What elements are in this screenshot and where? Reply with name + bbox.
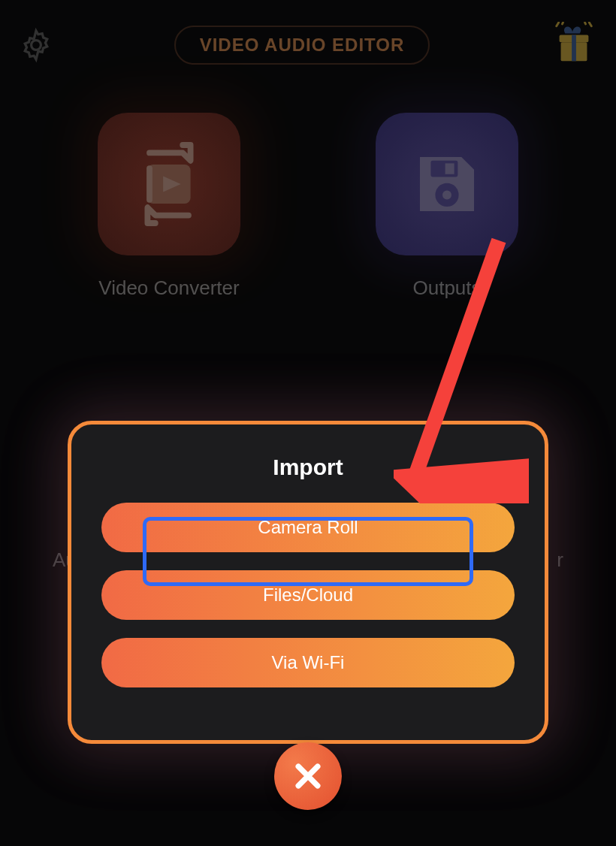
camera-roll-button[interactable]: Camera Roll: [101, 503, 515, 552]
import-modal: Import Camera Roll Files/Cloud Via Wi-Fi: [68, 421, 548, 744]
close-icon: [291, 760, 325, 793]
files-cloud-button[interactable]: Files/Cloud: [101, 570, 515, 620]
via-wifi-button[interactable]: Via Wi-Fi: [101, 638, 515, 687]
import-title: Import: [101, 455, 515, 480]
close-button[interactable]: [274, 742, 342, 810]
